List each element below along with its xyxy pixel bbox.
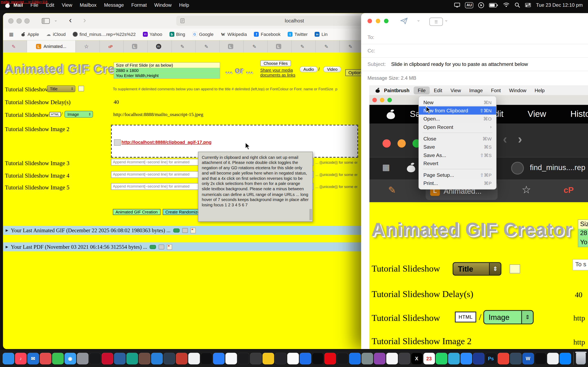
browser-tab[interactable] bbox=[268, 40, 292, 52]
status-pill-icon[interactable] bbox=[150, 245, 156, 249]
dock-icon[interactable] bbox=[349, 352, 361, 364]
browser-tab[interactable] bbox=[220, 40, 244, 52]
dock-icon[interactable]: X bbox=[411, 352, 423, 364]
menu-item[interactable]: Window bbox=[150, 2, 175, 8]
dock-icon[interactable]: ♪ bbox=[15, 352, 26, 364]
format-chevron-icon[interactable]: ⌄ bbox=[444, 17, 448, 22]
dock-icon[interactable] bbox=[52, 352, 63, 364]
format-pane-button[interactable]: ☰ bbox=[429, 17, 443, 26]
dock-icon[interactable] bbox=[126, 352, 138, 364]
close-button[interactable] bbox=[367, 19, 372, 23]
video-button[interactable]: Video bbox=[323, 66, 341, 72]
note-icon[interactable] bbox=[190, 227, 196, 233]
zoom-button[interactable] bbox=[24, 18, 30, 24]
dock-icon[interactable] bbox=[361, 352, 373, 364]
dock-icon[interactable] bbox=[151, 352, 163, 364]
camera-icon[interactable] bbox=[159, 244, 164, 249]
dock-icon[interactable] bbox=[188, 352, 200, 364]
subject-value[interactable]: Slide in clipboard ready for you to past… bbox=[391, 61, 528, 67]
delay-value[interactable]: 40 bbox=[114, 99, 119, 105]
audio-button[interactable]: Audio bbox=[300, 66, 318, 72]
browser-tab[interactable] bbox=[340, 40, 364, 52]
size-value[interactable]: 2880 x 1800 bbox=[114, 68, 220, 73]
dock-icon[interactable] bbox=[102, 352, 113, 364]
menu-item[interactable]: Format bbox=[128, 2, 150, 8]
menu-item[interactable]: Message bbox=[100, 2, 128, 8]
disclosure-triangle-icon[interactable]: ▶ bbox=[6, 245, 8, 249]
dock-icon[interactable] bbox=[398, 352, 410, 364]
dock-icon[interactable] bbox=[238, 352, 249, 364]
dock-icon[interactable] bbox=[510, 352, 521, 364]
dock-icon[interactable] bbox=[2, 352, 14, 364]
dock-icon[interactable] bbox=[225, 352, 237, 364]
dock-icon[interactable] bbox=[559, 352, 571, 364]
browser-tab[interactable] bbox=[196, 40, 220, 52]
bookmark-item[interactable]: find_minus....rep+%22s%22 bbox=[73, 32, 136, 37]
browser-tab[interactable] bbox=[148, 40, 172, 52]
dock-icon[interactable]: Ps bbox=[485, 352, 497, 364]
note-icon[interactable] bbox=[167, 244, 172, 250]
minimize-button[interactable] bbox=[17, 18, 22, 24]
bookmark-item[interactable]: Wikipedia bbox=[221, 32, 247, 37]
close-button[interactable] bbox=[8, 18, 13, 24]
disclosure-triangle-icon[interactable]: ▶ bbox=[6, 228, 8, 232]
dock-icon[interactable] bbox=[40, 352, 51, 364]
dock-icon[interactable] bbox=[386, 352, 398, 364]
bookmarks-grid-icon[interactable]: ▦ bbox=[9, 31, 14, 37]
bookmark-item[interactable]: Yahoo bbox=[143, 32, 162, 37]
bookmark-item[interactable]: Twitter bbox=[288, 32, 308, 37]
bookmark-item[interactable]: Google bbox=[192, 32, 214, 37]
browser-tab[interactable] bbox=[292, 40, 316, 52]
dock-icon[interactable]: W bbox=[522, 352, 534, 364]
browser-tab[interactable] bbox=[244, 40, 268, 52]
to-field[interactable] bbox=[380, 34, 588, 41]
dock-icon[interactable] bbox=[250, 352, 261, 364]
dock-icon[interactable] bbox=[139, 352, 150, 364]
dock-icon[interactable] bbox=[473, 352, 484, 364]
input-source-switcher[interactable]: AU bbox=[465, 2, 474, 8]
browser-tab[interactable] bbox=[124, 40, 148, 52]
browser-tab[interactable]: Animated... bbox=[27, 40, 76, 52]
minimize-button[interactable] bbox=[376, 19, 380, 23]
dock-icon[interactable]: 23 bbox=[423, 352, 435, 364]
dock-icon[interactable] bbox=[300, 352, 311, 364]
control-center-icon[interactable] bbox=[525, 3, 531, 7]
dock-icon[interactable] bbox=[547, 352, 559, 364]
dock-icon[interactable] bbox=[374, 352, 385, 364]
wifi-icon[interactable] bbox=[503, 3, 510, 8]
menu-item[interactable]: Help bbox=[175, 2, 193, 8]
dock-icon[interactable] bbox=[200, 352, 212, 364]
browser-tab[interactable] bbox=[316, 40, 340, 52]
status-pill-icon[interactable] bbox=[173, 228, 180, 232]
back-button[interactable]: ‹ bbox=[69, 15, 72, 25]
cc-field[interactable] bbox=[380, 47, 588, 55]
dock-icon[interactable] bbox=[497, 352, 509, 364]
dock-icon[interactable] bbox=[448, 352, 459, 364]
bookmark-item[interactable]: Bing bbox=[169, 32, 185, 37]
dock-icon[interactable] bbox=[337, 352, 348, 364]
dock-icon[interactable] bbox=[163, 352, 175, 364]
menu-item[interactable]: View bbox=[58, 2, 76, 8]
color-swatch[interactable] bbox=[78, 86, 84, 92]
forward-button[interactable]: › bbox=[83, 15, 86, 25]
dock-icon[interactable] bbox=[435, 352, 447, 364]
trash-icon[interactable] bbox=[576, 352, 586, 364]
send-chevron-icon[interactable]: ⌄ bbox=[417, 17, 420, 22]
play-status-icon[interactable] bbox=[478, 2, 484, 8]
title-select[interactable]: Title ⇕ bbox=[47, 85, 76, 92]
create-randomize-button[interactable]: Create Randomize bbox=[163, 209, 202, 215]
browser-tab[interactable] bbox=[172, 40, 196, 52]
tooltip-scrollbar[interactable] bbox=[309, 209, 312, 220]
dock-icon[interactable] bbox=[460, 352, 472, 364]
sidebar-chevron-icon[interactable]: ⌄ bbox=[54, 17, 57, 22]
slideshow-url[interactable]: http://localhost:8888/mailto_osascript-1… bbox=[113, 111, 203, 117]
clipboard-image-link[interactable]: http://localhost:8888/clipboad_agif-17.p… bbox=[121, 140, 212, 145]
browser-tab[interactable] bbox=[76, 40, 100, 52]
dock-icon[interactable] bbox=[77, 352, 88, 364]
animated-gif-creation-button[interactable]: Animated GIF Creation bbox=[113, 209, 160, 215]
dock-icon[interactable] bbox=[287, 352, 299, 364]
send-button[interactable] bbox=[400, 17, 408, 24]
menubar-clock[interactable]: Tue 23 Dec 12:10 pm bbox=[536, 2, 583, 8]
bookmark-item[interactable]: iCloud bbox=[46, 32, 66, 37]
bookmark-item[interactable]: Lin bbox=[315, 32, 328, 37]
